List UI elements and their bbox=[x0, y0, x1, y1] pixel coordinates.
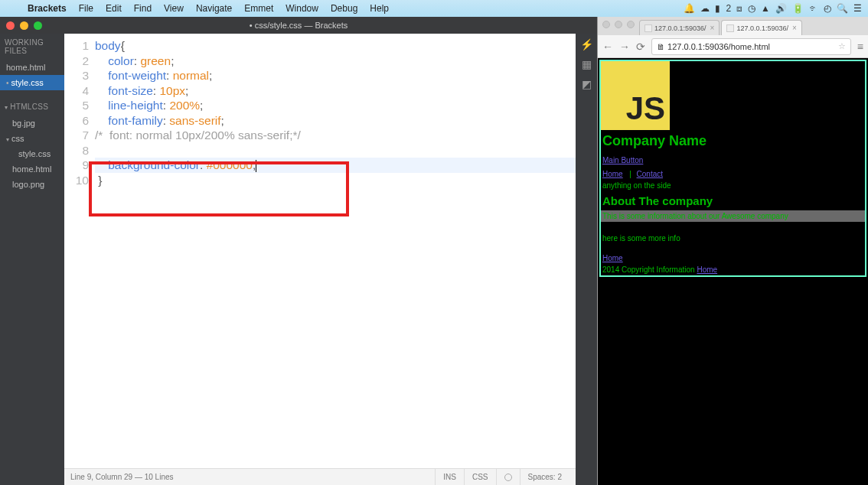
adobe-icon[interactable]: ▮ bbox=[715, 3, 720, 14]
brackets-window: • css/style.css — Brackets Working Files… bbox=[0, 17, 597, 485]
brackets-right-rail: ⚡ ▦ ◩ bbox=[576, 34, 597, 485]
chrome-zoom-button[interactable] bbox=[627, 21, 635, 28]
about-paragraph-2: here is some more info bbox=[601, 233, 865, 244]
main-button-link[interactable]: Main Button bbox=[601, 155, 644, 166]
chrome-window-controls bbox=[602, 21, 639, 31]
status-circle-icon[interactable] bbox=[504, 474, 512, 481]
brackets-titlebar: • css/style.css — Brackets bbox=[0, 17, 597, 34]
tree-item[interactable]: bg.jpg bbox=[0, 116, 64, 131]
tree-item[interactable]: home.html bbox=[0, 161, 64, 177]
menu-navigate[interactable]: Navigate bbox=[190, 3, 238, 14]
forward-button[interactable]: → bbox=[619, 41, 630, 53]
chrome-tabs-bar: 127.0.0.1:59036/×127.0.0.1:59036/× bbox=[598, 17, 868, 35]
menu-emmet[interactable]: Emmet bbox=[238, 3, 279, 14]
status-bar: Line 9, Column 29 — 10 Lines INS CSS Spa… bbox=[64, 468, 576, 485]
editor-area: 12345678910 body{ color: green; font-wei… bbox=[64, 34, 576, 485]
list-icon[interactable]: ☰ bbox=[853, 3, 862, 14]
reload-button[interactable]: ⟳ bbox=[636, 41, 645, 53]
chrome-minimize-button[interactable] bbox=[615, 21, 622, 28]
macos-menubar: Brackets FileEditFindViewNavigateEmmetWi… bbox=[0, 0, 868, 17]
tree-item[interactable]: style.css bbox=[0, 146, 64, 161]
menu-edit[interactable]: Edit bbox=[100, 3, 128, 14]
code-editor[interactable]: 12345678910 body{ color: green; font-wei… bbox=[64, 34, 576, 468]
window-controls bbox=[0, 21, 42, 30]
url-text: 127.0.0.1:59036/home.html bbox=[667, 42, 770, 51]
cursor-position: Line 9, Column 29 — 10 Lines bbox=[70, 473, 174, 481]
cloud-icon[interactable]: ☁ bbox=[700, 3, 710, 14]
minimize-button[interactable] bbox=[20, 21, 28, 30]
menubar-tray: 🔔 ☁ ▮ 2 ⧈ ◷ ▲ 🔊 🔋 ᯤ ◴ 🔍 ☰ bbox=[684, 3, 868, 14]
working-file[interactable]: home.html bbox=[0, 60, 64, 75]
live-preview-icon[interactable]: ⚡ bbox=[580, 38, 593, 50]
language-mode[interactable]: CSS bbox=[464, 469, 496, 485]
menu-find[interactable]: Find bbox=[128, 3, 158, 14]
page-body: JS Company Name Main Button Home | Conta… bbox=[599, 60, 866, 277]
code-content[interactable]: body{ color: green; font-weight: normal;… bbox=[95, 34, 576, 468]
wifi-icon[interactable]: ᯤ bbox=[809, 3, 818, 14]
favicon bbox=[726, 24, 734, 32]
js-logo: JS bbox=[601, 61, 670, 130]
browser-tab[interactable]: 127.0.0.1:59036/× bbox=[721, 20, 801, 35]
menu-window[interactable]: Window bbox=[279, 3, 325, 14]
address-bar[interactable]: 🗎 127.0.0.1:59036/home.html ☆ bbox=[651, 38, 851, 55]
battery-icon[interactable]: 🔋 bbox=[792, 3, 804, 14]
brackets-sidebar: Working Files home.htmlstyle.css htmlcss… bbox=[0, 34, 64, 485]
home-link[interactable]: Home bbox=[601, 168, 625, 180]
clock-icon[interactable]: ◴ bbox=[824, 3, 831, 14]
back-button[interactable]: ← bbox=[602, 41, 613, 53]
num-icon[interactable]: 2 bbox=[726, 3, 731, 14]
split-icon[interactable]: ◩ bbox=[582, 78, 592, 90]
volume-icon[interactable]: 🔊 bbox=[775, 3, 787, 14]
page-icon: 🗎 bbox=[657, 42, 665, 51]
chrome-window: 127.0.0.1:59036/×127.0.0.1:59036/× ← → ⟳… bbox=[597, 17, 868, 485]
browser-tab[interactable]: 127.0.0.1:59036/× bbox=[639, 20, 720, 35]
search-icon[interactable]: 🔍 bbox=[837, 3, 848, 14]
close-tab-icon[interactable]: × bbox=[710, 24, 715, 32]
insert-mode[interactable]: INS bbox=[435, 469, 464, 485]
close-button[interactable] bbox=[6, 21, 15, 30]
bookmark-icon[interactable]: ☆ bbox=[838, 41, 846, 51]
chrome-close-button[interactable] bbox=[602, 21, 610, 28]
zoom-button[interactable] bbox=[34, 21, 42, 30]
indent-mode[interactable]: Spaces: 2 bbox=[520, 469, 569, 485]
menu-help[interactable]: Help bbox=[364, 3, 395, 14]
page-viewport[interactable]: JS Company Name Main Button Home | Conta… bbox=[598, 58, 868, 485]
bell-icon[interactable]: 🔔 bbox=[684, 3, 695, 14]
footer-home-link[interactable]: Home bbox=[697, 265, 717, 274]
about-paragraph-1: This is some information about our Aweso… bbox=[601, 210, 865, 222]
line-gutter: 12345678910 bbox=[64, 34, 95, 468]
project-header[interactable]: htmlcss bbox=[0, 98, 64, 116]
home-link-2[interactable]: Home bbox=[601, 252, 625, 264]
nav-separator: | bbox=[628, 168, 635, 180]
extension-icon[interactable]: ▦ bbox=[582, 58, 592, 70]
working-file[interactable]: style.css bbox=[0, 75, 64, 90]
contact-link[interactable]: Contact bbox=[635, 168, 664, 180]
working-files-header: Working Files bbox=[0, 34, 64, 60]
chrome-menu-icon[interactable]: ≡ bbox=[857, 41, 863, 53]
drive-icon[interactable]: ▲ bbox=[761, 3, 770, 14]
menu-debug[interactable]: Debug bbox=[325, 3, 364, 14]
footer-text: 2014 Copyright Information Home bbox=[601, 264, 865, 275]
close-tab-icon[interactable]: × bbox=[792, 24, 797, 32]
menu-view[interactable]: View bbox=[158, 3, 190, 14]
menu-file[interactable]: File bbox=[73, 3, 100, 14]
chrome-toolbar: ← → ⟳ 🗎 127.0.0.1:59036/home.html ☆ ≡ bbox=[598, 35, 868, 58]
timer-icon[interactable]: ◷ bbox=[748, 3, 755, 14]
tree-item[interactable]: logo.png bbox=[0, 177, 64, 192]
favicon bbox=[644, 24, 652, 32]
app-name[interactable]: Brackets bbox=[21, 3, 73, 14]
aside-text: anything on the side bbox=[601, 180, 865, 191]
page-title: Company Name bbox=[601, 130, 865, 152]
window-title: • css/style.css — Brackets bbox=[250, 21, 348, 30]
tree-item[interactable]: css bbox=[0, 131, 64, 146]
dropbox-icon[interactable]: ⧈ bbox=[736, 3, 742, 14]
about-heading: About The company bbox=[601, 191, 865, 210]
